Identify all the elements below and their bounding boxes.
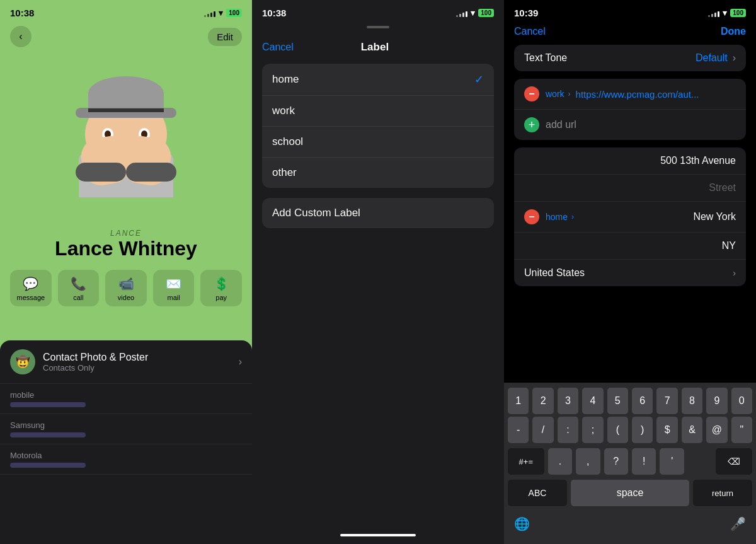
edit-button[interactable]: Edit bbox=[208, 28, 242, 46]
text-tone-row[interactable]: Text Tone Default › bbox=[514, 45, 746, 71]
address-tag-arrow: › bbox=[571, 212, 574, 221]
sheet-handle bbox=[367, 26, 389, 28]
label-list: home ✓ work school other bbox=[262, 64, 494, 188]
key-7[interactable]: 7 bbox=[656, 388, 677, 414]
add-custom-label-button[interactable]: Add Custom Label bbox=[262, 198, 494, 228]
video-button[interactable]: 📹 video bbox=[105, 270, 147, 306]
key-exclaim[interactable]: ! bbox=[632, 448, 656, 475]
video-label: video bbox=[118, 294, 134, 301]
label-item-other[interactable]: other bbox=[262, 158, 494, 188]
call-button[interactable]: 📞 call bbox=[58, 270, 100, 306]
contact-name-small: LANCE bbox=[13, 229, 239, 238]
status-bar-panel2: 10:38 ▾ 100 bbox=[252, 0, 504, 21]
key-9[interactable]: 9 bbox=[706, 388, 727, 414]
time-panel2: 10:38 bbox=[262, 8, 286, 18]
message-button[interactable]: 💬 message bbox=[10, 270, 52, 306]
mobile-label: mobile bbox=[10, 390, 242, 400]
label-item-work[interactable]: work bbox=[262, 96, 494, 127]
action-buttons: 💬 message 📞 call 📹 video ✉️ mail 💲 pay bbox=[0, 270, 252, 316]
space-key[interactable]: space bbox=[571, 480, 689, 506]
work-url-value[interactable]: https://www.pcmag.com/aut... bbox=[576, 89, 736, 100]
key-colon[interactable]: : bbox=[558, 417, 578, 443]
time-panel1: 10:38 bbox=[10, 8, 34, 18]
key-at[interactable]: @ bbox=[706, 417, 727, 443]
keyboard-number-row: 1 2 3 4 5 6 7 8 9 0 bbox=[504, 383, 756, 417]
battery-icon-p2: 100 bbox=[478, 9, 494, 17]
done-button[interactable]: Done bbox=[721, 26, 746, 37]
street-placeholder-row[interactable]: Street bbox=[514, 175, 746, 202]
state-row[interactable]: NY bbox=[514, 233, 746, 260]
remove-url-button[interactable]: − bbox=[524, 86, 539, 101]
key-4[interactable]: 4 bbox=[582, 388, 603, 414]
keyboard-func-row: #+= . , ? ! ' ⌫ bbox=[504, 446, 756, 477]
cancel-button-p3[interactable]: Cancel bbox=[514, 26, 546, 37]
street-row[interactable]: 500 13th Avenue bbox=[514, 148, 746, 175]
work-url-row: − work › https://www.pcmag.com/aut... bbox=[514, 79, 746, 110]
key-question[interactable]: ? bbox=[604, 448, 628, 475]
mobile-field: mobile bbox=[0, 384, 252, 414]
return-key[interactable]: return bbox=[693, 480, 752, 506]
panel-edit-contact: 10:39 ▾ 100 Cancel Done Text Tone Defaul… bbox=[504, 0, 756, 544]
keyboard[interactable]: 1 2 3 4 5 6 7 8 9 0 - / : ; ( ) $ & @ " … bbox=[504, 383, 756, 544]
key-empty bbox=[688, 448, 712, 475]
state-value: NY bbox=[722, 240, 736, 251]
status-icons-panel1: ▾ 100 bbox=[204, 8, 242, 18]
pay-button[interactable]: 💲 pay bbox=[200, 270, 242, 306]
key-lparen[interactable]: ( bbox=[607, 417, 628, 443]
motorola-value bbox=[10, 463, 86, 468]
key-5[interactable]: 5 bbox=[607, 388, 628, 414]
remove-address-button[interactable]: − bbox=[524, 209, 539, 224]
key-2[interactable]: 2 bbox=[532, 388, 553, 414]
key-slash[interactable]: / bbox=[532, 417, 553, 443]
mail-button[interactable]: ✉️ mail bbox=[153, 270, 195, 306]
school-label: school bbox=[272, 136, 303, 148]
custom-label-text: Add Custom Label bbox=[272, 207, 360, 219]
pay-label: pay bbox=[215, 294, 227, 301]
home-label: home bbox=[272, 73, 299, 86]
key-quote[interactable]: " bbox=[731, 417, 752, 443]
cancel-button-p2[interactable]: Cancel bbox=[262, 42, 294, 53]
back-button[interactable]: ‹ bbox=[10, 26, 32, 47]
key-period[interactable]: . bbox=[548, 448, 572, 475]
samsung-label: Samsung bbox=[10, 420, 242, 430]
label-item-home[interactable]: home ✓ bbox=[262, 64, 494, 96]
key-minus[interactable]: - bbox=[508, 417, 529, 443]
add-url-label: add url bbox=[546, 119, 576, 130]
backspace-key[interactable]: ⌫ bbox=[716, 448, 752, 475]
sheet-title: Label bbox=[361, 41, 389, 54]
keyboard-sym-row: - / : ; ( ) $ & @ " bbox=[504, 417, 756, 446]
keyboard-globe-row: 🌐 🎤 bbox=[504, 516, 756, 544]
video-icon: 📹 bbox=[118, 276, 134, 291]
city-value[interactable]: New York bbox=[579, 211, 736, 223]
key-8[interactable]: 8 bbox=[682, 388, 702, 414]
key-comma[interactable]: , bbox=[576, 448, 600, 475]
abc-key[interactable]: ABC bbox=[508, 480, 567, 506]
key-0[interactable]: 0 bbox=[731, 388, 752, 414]
time-panel3: 10:39 bbox=[514, 8, 538, 18]
key-rparen[interactable]: ) bbox=[632, 417, 653, 443]
work-tag[interactable]: work bbox=[546, 89, 564, 99]
key-dollar[interactable]: $ bbox=[656, 417, 677, 443]
microphone-button[interactable]: 🎤 bbox=[730, 516, 746, 531]
country-row[interactable]: United States › bbox=[514, 260, 746, 286]
other-label: other bbox=[272, 166, 297, 179]
key-more-syms[interactable]: #+= bbox=[508, 448, 544, 475]
add-url-button[interactable]: + bbox=[524, 117, 539, 132]
key-3[interactable]: 3 bbox=[558, 388, 578, 414]
panel-contact-view: 10:38 ▾ 100 ‹ Edit bbox=[0, 0, 252, 544]
globe-button[interactable]: 🌐 bbox=[514, 516, 530, 531]
key-semicolon[interactable]: ; bbox=[582, 417, 603, 443]
home-address-tag[interactable]: home bbox=[546, 212, 568, 222]
street-value: 500 13th Avenue bbox=[660, 155, 736, 166]
key-apostrophe[interactable]: ' bbox=[660, 448, 684, 475]
key-6[interactable]: 6 bbox=[632, 388, 653, 414]
key-amp[interactable]: & bbox=[682, 417, 702, 443]
poster-info: Contact Photo & Poster Contacts Only bbox=[43, 352, 239, 373]
samsung-value bbox=[10, 432, 86, 437]
label-item-school[interactable]: school bbox=[262, 127, 494, 158]
key-1[interactable]: 1 bbox=[508, 388, 529, 414]
nav-bar-panel3: Cancel Done bbox=[504, 21, 756, 45]
photo-poster-row[interactable]: 🤠 Contact Photo & Poster Contacts Only › bbox=[0, 340, 252, 384]
message-icon: 💬 bbox=[23, 276, 38, 291]
add-url-row[interactable]: + add url bbox=[514, 110, 746, 140]
